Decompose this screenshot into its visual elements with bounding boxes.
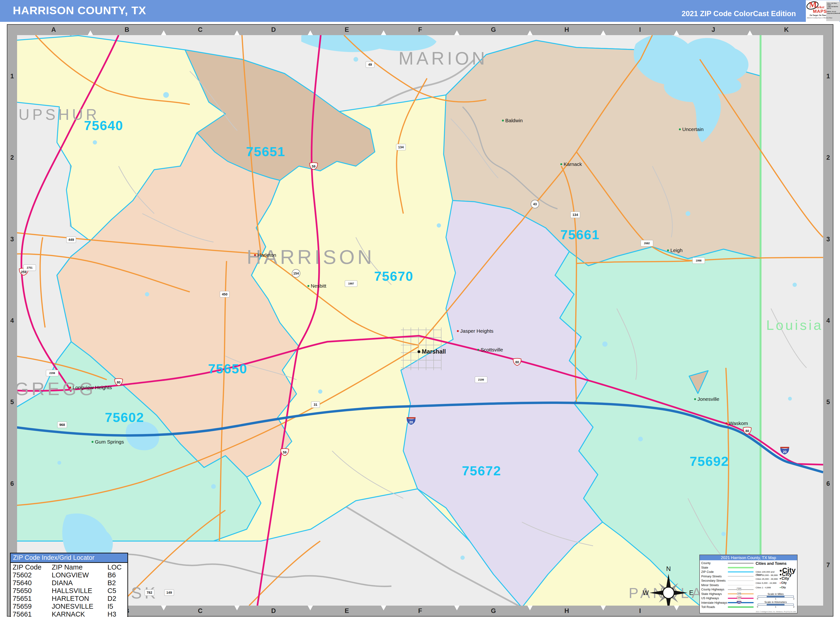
- table-row: H3: [108, 610, 128, 617]
- svg-text:Baldwin: Baldwin: [505, 118, 523, 123]
- contact-email-label: EMAIL US AT:: [827, 11, 840, 13]
- svg-text:43: 43: [533, 202, 537, 206]
- shield-fm2199: 2199: [475, 376, 487, 383]
- contact-phone: 1-888-434-MAPS (6277): [827, 6, 840, 9]
- logo-subtitle: America's Leading Source of Business Map…: [807, 17, 826, 19]
- compass-west-label: W: [643, 589, 649, 596]
- contact-email: mapsales@MarketMAPS.com: [827, 13, 840, 14]
- svg-text:Uncertain: Uncertain: [682, 127, 704, 132]
- marketmaps-logo: Market MAPS On Target. On Time. America'…: [806, 0, 840, 22]
- zip-label-75661: 75661: [560, 227, 600, 242]
- header-bar: HARRISON COUNTY, TX 2021 ZIP Code ColorC…: [0, 0, 840, 22]
- svg-text:2: 2: [826, 154, 830, 161]
- svg-text:3: 3: [826, 236, 830, 243]
- town-marshall: Marshall: [417, 348, 446, 355]
- table-row: B6: [108, 571, 128, 579]
- city-class-100k: Cities 100,000 and AboveCity: [756, 566, 796, 571]
- svg-text:K: K: [784, 26, 789, 33]
- svg-text:F: F: [418, 607, 422, 614]
- zip-label-75640: 75640: [84, 118, 123, 133]
- page-title: HARRISON COUNTY, TX: [13, 4, 146, 17]
- zip-label-75692: 75692: [690, 454, 729, 469]
- table-row: HARLETON: [52, 595, 108, 602]
- compass-east-label: E: [689, 589, 693, 596]
- svg-text:Leigh: Leigh: [671, 248, 682, 253]
- svg-text:6: 6: [10, 480, 14, 487]
- svg-text:2208: 2208: [49, 372, 55, 375]
- shield-fm450: 450: [220, 291, 229, 297]
- svg-text:C: C: [198, 26, 203, 33]
- town-jonesville: Jonesville: [694, 396, 719, 402]
- legend-item-county: County: [701, 561, 754, 565]
- legend-item-state: State: [701, 565, 754, 570]
- legend-title: 2021 Harrison County, TX Map: [700, 555, 797, 560]
- svg-text:D: D: [271, 26, 276, 33]
- svg-text:Scottsville: Scottsville: [480, 347, 503, 353]
- svg-text:G: G: [491, 607, 496, 614]
- zip-label-75651: 75651: [246, 144, 285, 159]
- svg-text:Waskom: Waskom: [729, 421, 748, 426]
- legend-item-interstate-highways: Interstate Highways123: [701, 601, 754, 605]
- zip-index-grid: ZIP Code ZIP Name LOC 75602LONGVIEWB6 75…: [11, 563, 127, 617]
- svg-text:I: I: [639, 26, 641, 33]
- svg-text:Marshall: Marshall: [422, 348, 446, 355]
- town-baldwin: Baldwin: [502, 118, 523, 123]
- legend-item-us-highways: US Highways123: [701, 596, 754, 601]
- col-loc: LOC: [108, 563, 128, 571]
- shield-tx43: 43: [531, 200, 539, 208]
- logo-tagline: On Target. On Time.: [810, 14, 826, 16]
- svg-text:H: H: [564, 26, 569, 33]
- harrison-county-zip-map-page: { "header": { "title": "HARRISON COUNTY,…: [0, 0, 840, 617]
- town-karnack: Karnack: [560, 161, 582, 167]
- svg-text:20: 20: [783, 450, 787, 454]
- shield-tx134-east: 134: [570, 212, 580, 218]
- map-legend: 2021 Harrison County, TX Map County Stat…: [699, 555, 797, 613]
- svg-text:1: 1: [826, 72, 830, 80]
- table-row: HALLSVILLE: [52, 587, 108, 595]
- edition-label: 2021 ZIP Code ColorCast Edition: [682, 9, 796, 18]
- table-row: C5: [108, 587, 128, 595]
- svg-text:154: 154: [293, 272, 299, 275]
- city-class-1: Cities 1 - 4,999City: [756, 586, 796, 591]
- shield-fm2682: 2682: [641, 240, 653, 247]
- table-row: 75651: [13, 595, 52, 602]
- svg-text:31: 31: [314, 403, 317, 406]
- svg-text:G: G: [491, 26, 496, 33]
- svg-text:Jasper Heights: Jasper Heights: [460, 328, 494, 334]
- logo-m: Market: [807, 1, 826, 8]
- table-row: 75602: [13, 571, 52, 579]
- table-row: 75659: [13, 602, 52, 610]
- svg-text:59: 59: [312, 164, 315, 168]
- zip-label-75602: 75602: [105, 410, 144, 425]
- svg-text:5: 5: [10, 399, 14, 406]
- zip-index-title: ZIP Code Index/Grid Locator: [11, 554, 127, 563]
- col-zip-name: ZIP Name: [52, 563, 108, 571]
- zip-code-index-table: ZIP Code Index/Grid Locator ZIP Code ZIP…: [10, 553, 128, 617]
- svg-text:450: 450: [222, 292, 227, 296]
- svg-text:2751: 2751: [27, 266, 32, 269]
- shield-fm1997: 1997: [345, 280, 357, 287]
- svg-text:134: 134: [398, 145, 404, 149]
- svg-text:H: H: [564, 607, 569, 614]
- legend-cities-section: Cities and Towns Cities 100,000 and Abov…: [754, 561, 796, 610]
- svg-text:134: 134: [572, 213, 578, 217]
- legend-item-county-highways: County Highways123: [701, 587, 754, 592]
- scale-bars: Scale in Miles 012 Scale in Kilometers 0…: [756, 593, 796, 608]
- table-row: 75640: [13, 579, 52, 587]
- scale-kilometers: Scale in Kilometers 012: [756, 601, 796, 608]
- col-zip-code: ZIP Code: [13, 563, 52, 571]
- svg-text:4: 4: [10, 317, 14, 324]
- svg-text:Gum Springs: Gum Springs: [95, 439, 124, 444]
- legend-credit: 2021 © Intelligent Direct, Inc. Wellsbor…: [756, 611, 796, 613]
- town-scottsville: Scottsville: [477, 347, 503, 353]
- svg-text:149: 149: [166, 590, 172, 595]
- zip-label-75650: 75650: [208, 361, 248, 376]
- svg-text:A: A: [51, 26, 56, 33]
- svg-text:Karnack: Karnack: [564, 161, 582, 167]
- table-row: B2: [108, 579, 128, 587]
- svg-text:E: E: [345, 26, 349, 33]
- svg-text:D: D: [271, 607, 276, 614]
- svg-text:1998: 1998: [696, 259, 701, 262]
- town-harleton: Harleton: [254, 252, 276, 258]
- shield-tx49: 49: [366, 62, 374, 68]
